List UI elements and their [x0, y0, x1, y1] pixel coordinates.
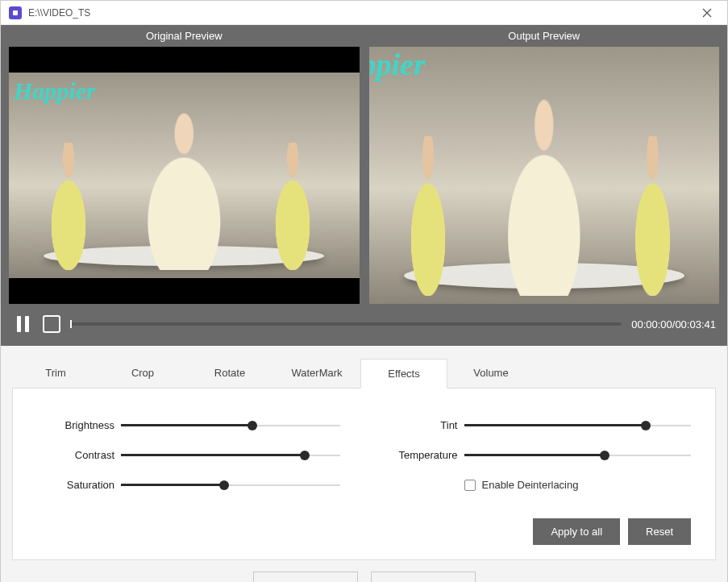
original-preview: Happier: [9, 47, 360, 304]
contrast-label: Contrast: [37, 449, 114, 461]
video-editor-window: E:\\VIDEO_TS Original Preview Output Pre…: [0, 0, 728, 582]
output-preview: ppier: [369, 47, 720, 304]
temperature-label: Temperature: [389, 449, 458, 461]
close-button[interactable]: [695, 1, 719, 25]
close-icon: [702, 8, 712, 18]
save-button[interactable]: Save: [371, 572, 476, 582]
controls-area: Trim Crop Rotate WaterMark Effects Volum…: [1, 346, 727, 582]
window-title: E:\\VIDEO_TS: [28, 7, 695, 19]
tab-effects[interactable]: Effects: [360, 359, 447, 389]
app-icon: [9, 6, 22, 19]
deinterlace-checkbox[interactable]: [464, 480, 476, 491]
video-overlay-text-cropped: ppier: [369, 47, 426, 82]
stop-button[interactable]: [43, 315, 60, 333]
tab-trim[interactable]: Trim: [12, 359, 99, 388]
playback-bar: 00:00:00/00:03:41: [9, 304, 719, 338]
apply-to-all-button[interactable]: Apply to all: [533, 518, 620, 545]
titlebar: E:\\VIDEO_TS: [1, 1, 727, 25]
tabs: Trim Crop Rotate WaterMark Effects Volum…: [12, 359, 716, 389]
brightness-slider[interactable]: [121, 420, 340, 431]
brightness-label: Brightness: [37, 419, 114, 431]
tint-label: Tint: [389, 419, 458, 431]
tab-crop[interactable]: Crop: [99, 359, 186, 388]
preview-area: Original Preview Output Preview Happier: [1, 25, 727, 346]
cancel-button[interactable]: Cancel: [253, 572, 358, 582]
deinterlace-label: Enable Deinterlacing: [482, 479, 579, 491]
output-preview-label: Output Preview: [369, 25, 720, 47]
original-preview-label: Original Preview: [9, 25, 360, 47]
video-overlay-text: Happier: [14, 77, 96, 105]
time-display: 00:00:00/00:03:41: [631, 318, 716, 330]
effects-panel: Brightness Contrast Saturation: [12, 389, 716, 560]
temperature-slider[interactable]: [464, 450, 692, 461]
saturation-label: Saturation: [37, 479, 114, 491]
timeline-slider[interactable]: [70, 322, 622, 326]
pause-button[interactable]: [12, 314, 33, 335]
tab-watermark[interactable]: WaterMark: [273, 359, 360, 388]
reset-button[interactable]: Reset: [628, 518, 691, 545]
saturation-slider[interactable]: [121, 480, 340, 491]
tab-volume[interactable]: Volume: [447, 359, 535, 388]
contrast-slider[interactable]: [121, 450, 340, 461]
dialog-buttons: Cancel Save: [12, 560, 716, 582]
tab-rotate[interactable]: Rotate: [186, 359, 273, 388]
pause-icon: [17, 316, 21, 332]
tint-slider[interactable]: [464, 420, 692, 431]
